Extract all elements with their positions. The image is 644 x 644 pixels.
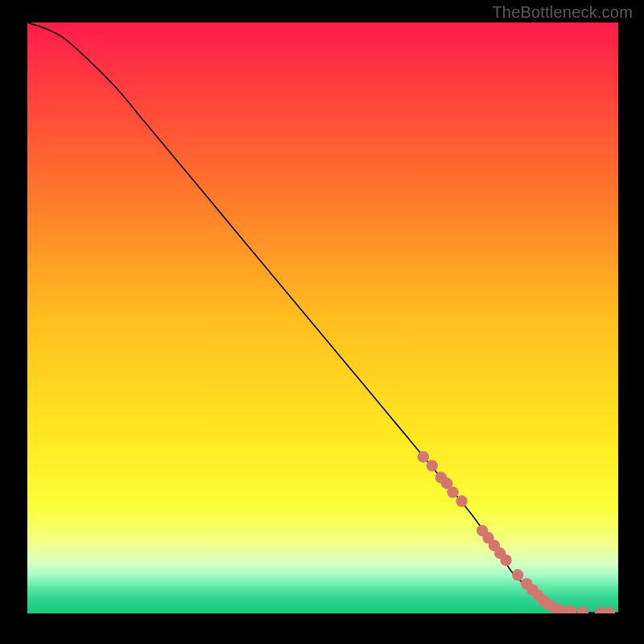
data-point: [512, 569, 523, 580]
data-point: [418, 451, 429, 462]
data-point: [604, 607, 615, 613]
highlighted-points-group: [418, 451, 616, 613]
data-point: [577, 606, 588, 613]
data-point: [456, 495, 467, 506]
chart-plot-area: [27, 23, 618, 613]
data-point: [447, 486, 458, 497]
data-point: [500, 555, 511, 566]
watermark-text: TheBottleneck.com: [492, 3, 633, 22]
curve-line: [27, 23, 618, 613]
data-point: [565, 605, 576, 613]
data-point: [427, 460, 438, 471]
chart-curve-layer: [27, 23, 618, 613]
